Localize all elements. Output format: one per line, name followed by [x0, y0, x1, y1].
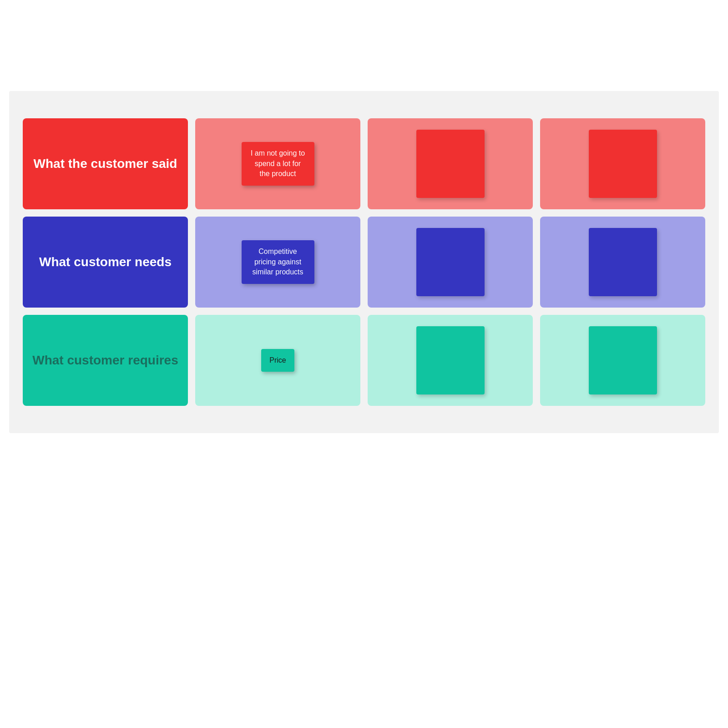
row3-label-text: What customer requires — [23, 343, 187, 378]
row1-square-block2 — [589, 130, 657, 198]
row2-label-text: What customer needs — [30, 245, 181, 279]
row2-square-cell1 — [368, 217, 533, 308]
row1-sticky-note[interactable]: I am not going to spend a lot for the pr… — [242, 142, 314, 185]
row2-square-cell2 — [540, 217, 705, 308]
row1-label-cell: What the customer said — [23, 118, 188, 209]
row3-label-cell: What customer requires — [23, 315, 188, 406]
row3-sticky-cell: Price — [195, 315, 360, 406]
row2-label-cell: What customer needs — [23, 217, 188, 308]
row1-sticky-cell: I am not going to spend a lot for the pr… — [195, 118, 360, 209]
row3-sticky-text: Price — [269, 356, 286, 364]
row1-square-cell1 — [368, 118, 533, 209]
row1-square-block1 — [416, 130, 485, 198]
row1-sticky-text: I am not going to spend a lot for the pr… — [251, 149, 305, 177]
row2-square-block1 — [416, 228, 485, 296]
row3-square-block2 — [589, 326, 657, 394]
row3-sticky-note[interactable]: Price — [261, 349, 294, 372]
row1-square-cell2 — [540, 118, 705, 209]
main-container: What the customer said I am not going to… — [9, 91, 719, 433]
row3-square-block1 — [416, 326, 485, 394]
row1-label-text: What the customer said — [25, 147, 187, 181]
row2-sticky-text: Competitive pricing against similar prod… — [252, 248, 303, 276]
row3-square-cell1 — [368, 315, 533, 406]
row2-sticky-note[interactable]: Competitive pricing against similar prod… — [242, 240, 314, 283]
row2-sticky-cell: Competitive pricing against similar prod… — [195, 217, 360, 308]
row3-square-cell2 — [540, 315, 705, 406]
row2-square-block2 — [589, 228, 657, 296]
grid-layout: What the customer said I am not going to… — [18, 109, 710, 415]
